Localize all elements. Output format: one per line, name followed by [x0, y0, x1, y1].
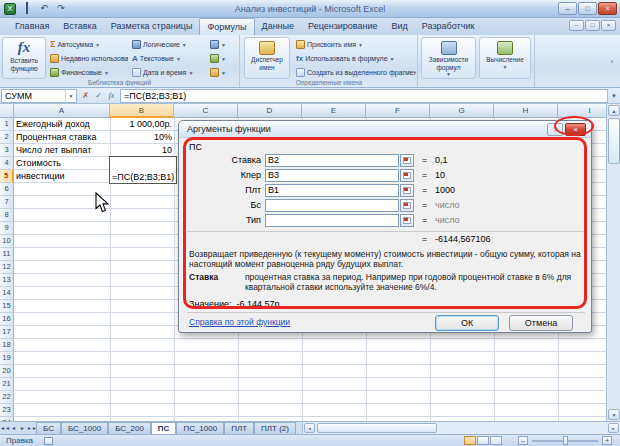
- ribbon-scroll-button[interactable]: ›: [606, 55, 618, 69]
- function-help-link[interactable]: Справка по этой функции: [189, 317, 290, 327]
- autosum-button[interactable]: Σ Автосумма▼: [48, 38, 128, 51]
- column-header-C[interactable]: C: [174, 104, 238, 118]
- maximize-button[interactable]: □: [578, 2, 597, 15]
- sheet-tab-ps[interactable]: ПС: [151, 422, 177, 434]
- row-header-2[interactable]: 2: [0, 131, 14, 144]
- row-header-3[interactable]: 3: [0, 144, 14, 157]
- math-trig-button[interactable]: ▼: [206, 52, 230, 65]
- insert-function-button[interactable]: fx Вставить функцию: [2, 37, 46, 79]
- row-header-15[interactable]: 15: [0, 300, 14, 313]
- row-header-9[interactable]: 9: [0, 222, 14, 235]
- cell-A4[interactable]: Стоимость: [14, 157, 110, 170]
- row-header-13[interactable]: 13: [0, 274, 14, 287]
- page-break-view-button[interactable]: [490, 436, 502, 445]
- cell-A1[interactable]: Ежегодный доход: [14, 118, 110, 131]
- column-header-F[interactable]: F: [366, 104, 430, 118]
- formula-bar-expand-icon[interactable]: ▼: [608, 93, 620, 99]
- vertical-scrollbar[interactable]: ▲ ▼: [606, 104, 620, 421]
- record-macro-icon[interactable]: [44, 437, 53, 445]
- row-header-18[interactable]: 18: [0, 339, 14, 352]
- row-header-5[interactable]: 5: [0, 170, 14, 183]
- cell-A5[interactable]: инвестиции: [14, 170, 110, 183]
- sheet-tab-plt-2[interactable]: ПЛТ (2): [254, 422, 296, 434]
- cell-A2[interactable]: Процентная ставка: [14, 131, 110, 144]
- column-header-I[interactable]: I: [558, 104, 606, 118]
- scroll-up-icon[interactable]: ▲: [608, 105, 620, 116]
- dialog-help-button[interactable]: ?: [547, 123, 563, 136]
- row-header-11[interactable]: 11: [0, 248, 14, 261]
- range-selector-button[interactable]: [400, 154, 414, 167]
- tab-insert[interactable]: Вставка: [56, 18, 103, 35]
- use-in-formula-button[interactable]: fx Использовать в формуле▼: [294, 52, 414, 65]
- text-functions-button[interactable]: А Текстовые▼: [130, 52, 202, 65]
- define-name-button[interactable]: Присвоить имя▼: [294, 38, 414, 51]
- recently-used-button[interactable]: Недавно использовались▼: [48, 52, 128, 65]
- sheet-tab-bs-1000[interactable]: БС_1000: [61, 422, 108, 434]
- range-selector-button[interactable]: [400, 199, 414, 212]
- workbook-close-button[interactable]: ×: [601, 20, 616, 31]
- sheet-tab-bs-200[interactable]: БС_200: [108, 422, 151, 434]
- select-all-corner[interactable]: [0, 104, 14, 118]
- insert-function-fx-button[interactable]: fx: [105, 89, 118, 102]
- column-header-A[interactable]: A: [14, 104, 110, 118]
- column-header-E[interactable]: E: [302, 104, 366, 118]
- workbook-minimize-button[interactable]: –: [569, 20, 584, 31]
- row-header-1[interactable]: 1: [0, 118, 14, 131]
- name-manager-button[interactable]: Диспетчер имен: [244, 37, 290, 79]
- sheet-tab-ps-1000[interactable]: ПС_1000: [176, 422, 224, 434]
- tab-review[interactable]: Рецензирование: [301, 18, 385, 35]
- prev-sheet-icon[interactable]: ◄: [9, 422, 18, 434]
- horizontal-scroll-thumb[interactable]: [317, 423, 437, 433]
- row-header-12[interactable]: 12: [0, 261, 14, 274]
- formula-input[interactable]: =ПС(B2;B3;B1): [120, 89, 608, 103]
- name-box[interactable]: СУММ ▼: [1, 89, 77, 103]
- horizontal-scrollbar[interactable]: ◄ ►: [302, 422, 620, 434]
- workbook-restore-button[interactable]: □: [585, 20, 600, 31]
- cancel-button[interactable]: Отмена: [509, 315, 573, 331]
- enter-entry-button[interactable]: ✓: [92, 89, 105, 102]
- tab-home[interactable]: Главная: [8, 18, 56, 35]
- formula-auditing-button[interactable]: Зависимости формул ▼: [421, 37, 476, 79]
- tab-formulas[interactable]: Формулы: [199, 18, 254, 35]
- close-button[interactable]: ×: [598, 2, 617, 15]
- undo-button[interactable]: ↶: [37, 2, 51, 15]
- tab-developer[interactable]: Разработчик: [415, 18, 481, 35]
- calculation-button[interactable]: Вычисление ▼: [479, 37, 531, 79]
- column-header-H[interactable]: H: [494, 104, 558, 118]
- sheet-tab-bs[interactable]: БС: [36, 422, 61, 434]
- range-selector-button[interactable]: [400, 214, 414, 227]
- scroll-left-icon[interactable]: ◄: [304, 423, 315, 433]
- nper-input[interactable]: B3: [265, 169, 399, 182]
- logical-button[interactable]: Логические▼: [130, 38, 202, 51]
- date-time-button[interactable]: Дата и время▼: [130, 66, 202, 79]
- type-input[interactable]: [265, 214, 399, 227]
- cancel-entry-button[interactable]: ✗: [79, 89, 92, 102]
- sheet-tab-plt[interactable]: ПЛТ: [224, 422, 254, 434]
- last-sheet-icon[interactable]: ►►: [27, 422, 36, 434]
- rate-input[interactable]: B2: [265, 154, 399, 167]
- column-header-G[interactable]: G: [430, 104, 494, 118]
- cell-B1[interactable]: 1 000,00р.: [110, 118, 174, 131]
- row-header-10[interactable]: 10: [0, 235, 14, 248]
- pmt-input[interactable]: B1: [265, 184, 399, 197]
- row-header-19[interactable]: 19: [0, 352, 14, 365]
- tab-page-layout[interactable]: Разметка страницы: [104, 18, 200, 35]
- ok-button[interactable]: ОК: [435, 315, 499, 331]
- dialog-close-button[interactable]: ×: [565, 123, 586, 136]
- row-header-16[interactable]: 16: [0, 313, 14, 326]
- row-header-14[interactable]: 14: [0, 287, 14, 300]
- minimize-button[interactable]: –: [558, 2, 577, 15]
- active-cell-B5-edit-box[interactable]: =ПС(B2;B3;B1): [109, 156, 177, 184]
- save-button[interactable]: [20, 2, 34, 15]
- tab-data[interactable]: Данные: [255, 18, 302, 35]
- zoom-out-button[interactable]: –: [518, 436, 528, 445]
- dialog-title-bar[interactable]: Аргументы функции: [179, 121, 591, 138]
- row-header-21[interactable]: 21: [0, 378, 14, 391]
- row-header-4[interactable]: 4: [0, 157, 14, 170]
- row-header-22[interactable]: 22: [0, 391, 14, 404]
- column-header-B[interactable]: B: [110, 104, 174, 118]
- cell-A3[interactable]: Число лет выплат: [14, 144, 110, 157]
- zoom-slider-thumb[interactable]: [563, 436, 568, 445]
- vertical-scroll-thumb[interactable]: [608, 118, 620, 164]
- scroll-right-icon[interactable]: ►: [608, 423, 619, 433]
